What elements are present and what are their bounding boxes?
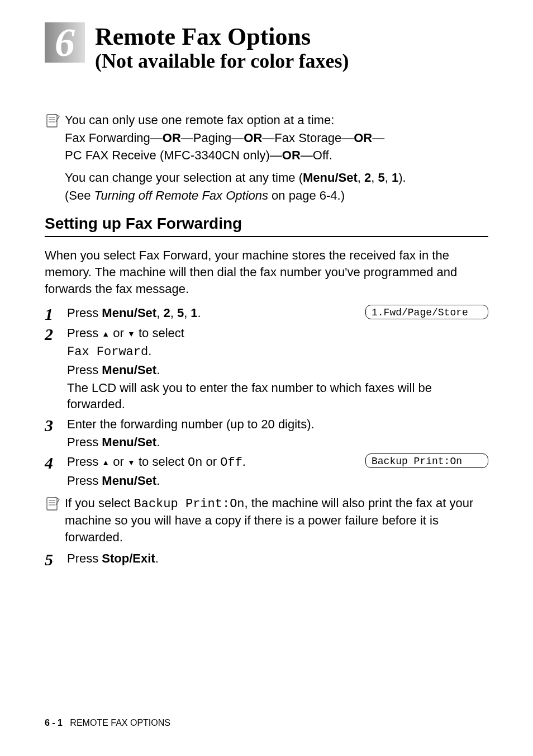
c1: ,	[358, 171, 364, 185]
note-line2c: —Fax Storage—	[262, 131, 354, 145]
chapter-number: 6	[55, 22, 75, 63]
or4: OR	[282, 148, 301, 162]
chapter-subtitle: (Not available for color faxes)	[95, 50, 349, 73]
note-icon	[45, 113, 63, 131]
step-1: 1 Press Menu/Set, 2, 5, 1. 1.Fwd/Page/St…	[45, 305, 488, 323]
chapter-title: Remote Fax Options	[95, 23, 349, 50]
triangle-up-icon-2: ▲	[102, 457, 110, 468]
note2-mono: Backup Print:On	[134, 497, 245, 511]
k5a: 5	[378, 171, 385, 185]
lcd-display-1: 1.Fwd/Page/Store	[365, 305, 488, 319]
note-block-backup: If you select Backup Print:On, the machi…	[45, 495, 488, 546]
step-number-5: 5	[45, 550, 67, 568]
step-list-continued: 5 Press Stop/Exit.	[45, 550, 488, 568]
note-intro-content: You can only use one remote fax option a…	[65, 112, 406, 205]
note-line5b: on page 6-4.)	[268, 188, 345, 202]
note-icon-2	[45, 496, 63, 514]
note-line3b: —Off.	[301, 148, 332, 162]
step-number-4: 4	[45, 453, 67, 471]
s2-menuset: Menu/Set	[102, 363, 156, 377]
note-line4a: You can change your selection at any tim…	[65, 171, 303, 185]
note-backup-content: If you select Backup Print:On, the machi…	[65, 495, 488, 546]
note-line5a: (See	[65, 188, 94, 202]
note-line2a: Fax Forwarding—	[65, 131, 163, 145]
note-block-intro: You can only use one remote fax option a…	[45, 112, 488, 205]
s4-menuset: Menu/Set	[102, 474, 156, 488]
note-line5-italic: Turning off Remote Fax Options	[94, 188, 268, 202]
or3: OR	[354, 131, 372, 145]
note-line3a: PC FAX Receive (MFC-3340CN only)—	[65, 148, 282, 162]
step-3: 3 Enter the forwarding number (up to 20 …	[45, 416, 488, 451]
section-heading: Setting up Fax Forwarding	[45, 215, 488, 237]
step-1-text: Press Menu/Set, 2, 5, 1.	[67, 305, 354, 322]
s2-lcd-note: The LCD will ask you to enter the fax nu…	[67, 380, 488, 413]
footer-page-number: 6 - 1	[45, 718, 63, 727]
step-4-text: Press ▲ or ▼ to select On or Off. Press …	[67, 453, 354, 490]
page-footer: 6 - 1 REMOTE FAX OPTIONS	[45, 718, 170, 728]
s1-press: Press	[67, 306, 102, 320]
chapter-titles: Remote Fax Options (Not available for co…	[95, 22, 349, 73]
step-list: 1 Press Menu/Set, 2, 5, 1. 1.Fwd/Page/St…	[45, 305, 488, 490]
svg-rect-0	[47, 115, 57, 127]
step-number-2: 2	[45, 325, 67, 343]
step-3-text: Enter the forwarding number (up to 20 di…	[67, 416, 488, 451]
s5-stopexit: Stop/Exit	[102, 551, 155, 565]
or1: OR	[163, 131, 181, 145]
note-line2b: —Paging—	[181, 131, 244, 145]
c3: ,	[385, 171, 392, 185]
c2: ,	[371, 171, 378, 185]
lcd-display-2: Backup Print:On	[365, 453, 488, 468]
step-number-1: 1	[45, 305, 67, 323]
or2: OR	[244, 131, 262, 145]
note-line1: You can only use one remote fax option a…	[65, 113, 334, 127]
k2a: 2	[364, 171, 371, 185]
chapter-header: 6 Remote Fax Options (Not available for …	[45, 22, 488, 73]
svg-rect-4	[47, 498, 57, 510]
s3-menuset: Menu/Set	[102, 435, 156, 449]
chapter-number-box: 6	[45, 22, 85, 63]
menu-set-1: Menu/Set	[303, 171, 358, 185]
triangle-down-icon-2: ▼	[127, 457, 135, 468]
triangle-up-icon: ▲	[102, 329, 110, 339]
footer-label: REMOTE FAX OPTIONS	[70, 718, 170, 727]
s1-menuset: Menu/Set	[102, 306, 156, 320]
step-5: 5 Press Stop/Exit.	[45, 550, 488, 568]
triangle-down-icon: ▼	[127, 329, 135, 339]
step-number-3: 3	[45, 416, 67, 434]
step-2-text: Press ▲ or ▼ to select Fax Forward. Pres…	[67, 325, 488, 413]
note-line2d: —	[372, 131, 384, 145]
intro-text: When you select Fax Forward, your machin…	[45, 247, 488, 297]
s2-mono: Fax Forward	[67, 345, 148, 359]
k1a: 1	[392, 171, 398, 185]
step-5-text: Press Stop/Exit.	[67, 550, 488, 567]
step-4: 4 Press ▲ or ▼ to select On or Off. Pres…	[45, 453, 488, 490]
step-2: 2 Press ▲ or ▼ to select Fax Forward. Pr…	[45, 325, 488, 413]
note-line4c: ).	[398, 171, 406, 185]
